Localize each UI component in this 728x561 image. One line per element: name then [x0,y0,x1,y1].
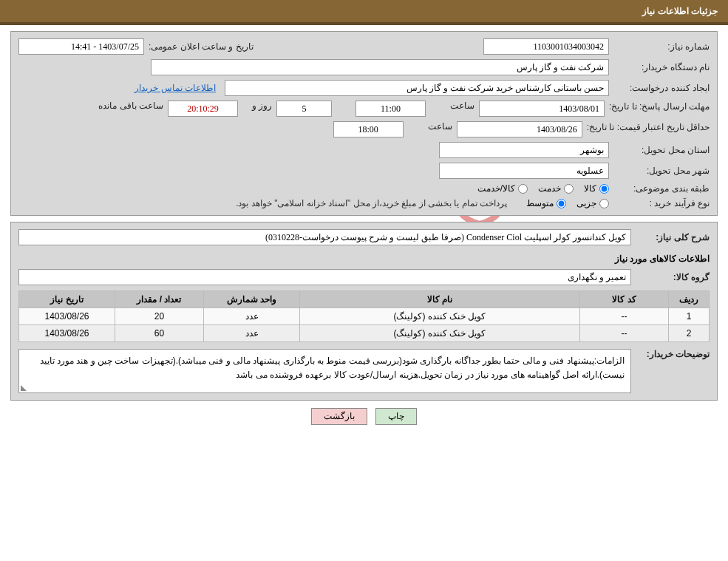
cell-unit: عدد [204,308,300,325]
field-delivery-city: عسلویه [439,163,609,179]
label-reply-deadline: مهلت ارسال پاسخ: تا تاریخ: [609,101,710,113]
label-days-and: روز و [242,101,272,111]
cell-name: کویل خنک کننده (کولینگ) [300,308,580,325]
label-hours-remaining: ساعت باقی مانده [98,101,163,111]
cell-code: -- [580,325,669,342]
action-buttons: چاپ بازگشت [10,401,718,440]
label-need-summary: شرح کلی نیاز: [636,232,710,242]
purchase-radio-group: جزیی متوسط [526,198,609,208]
field-requester: حسن باستانی کارشناس خرید شرکت نفت و گاز … [225,80,609,96]
label-hour-2: ساعت [408,121,452,132]
col-row: ردیف [669,291,710,308]
label-delivery-province: استان محل تحویل: [613,145,710,155]
field-delivery-province: بوشهر [439,142,609,158]
page-title-bar: جزئیات اطلاعات نیاز [0,0,728,25]
print-button[interactable]: چاپ [375,408,417,425]
label-need-no: شماره نیاز: [613,41,710,52]
label-hour-1: ساعت [430,101,474,111]
radio-good[interactable]: کالا [584,183,609,194]
buyer-notes-text: الزامات:پیشنهاد فنی و مالی حتما بطور جدا… [40,356,625,380]
field-quote-valid-date: 1403/08/26 [457,121,582,137]
payment-note: پرداخت تمام یا بخشی از مبلغ خرید،از محل … [236,198,507,208]
field-goods-group: تعمیر و نگهداری [18,269,631,285]
label-requester: ایجاد کننده درخواست: [613,83,710,93]
table-header-row: ردیف کد کالا نام کالا واحد شمارش تعداد /… [19,291,710,308]
need-info-panel: شماره نیاز: 1103001034003042 تاریخ و ساع… [10,31,718,216]
label-delivery-city: شهر محل تحویل: [613,166,710,176]
field-quote-valid-hour: 18:00 [333,121,404,137]
cell-need_date: 1403/08/26 [19,325,115,342]
table-row: 1--کویل خنک کننده (کولینگ)عدد201403/08/2… [19,308,710,325]
table-row: 2--کویل خنک کننده (کولینگ)عدد601403/08/2… [19,325,710,342]
field-need-no: 1103001034003042 [483,38,609,55]
subject-radio-group: کالا خدمت کالا/خدمت [477,183,609,194]
label-purchase-type: نوع فرآیند خرید : [613,198,710,208]
col-name: نام کالا [300,291,580,308]
field-countdown: 20:10:29 [168,101,238,117]
cell-idx: 2 [669,325,710,342]
label-announce-dt: تاریخ و ساعت اعلان عمومی: [149,41,254,52]
radio-minor[interactable]: جزیی [576,198,609,208]
page-title: جزئیات اطلاعات نیاز [642,6,718,16]
field-need-summary: کویل کندانسور کولر اسپلیت Condenser Ciol… [18,229,631,245]
cell-qty: 60 [115,325,204,342]
cell-qty: 20 [115,308,204,325]
needed-goods-heading: اطلاعات کالاهای مورد نیاز [18,254,710,264]
field-reply-until-hour: 11:00 [356,101,426,117]
label-subject-class: طبقه بندی موضوعی: [613,183,710,194]
resize-handle-icon[interactable] [21,384,28,391]
radio-service[interactable]: خدمت [538,183,574,194]
buyer-contact-link[interactable]: اطلاعات تماس خریدار [135,83,216,93]
cell-unit: عدد [204,325,300,342]
radio-medium[interactable]: متوسط [526,198,566,208]
field-days-remaining: 5 [276,101,332,117]
field-buyer-org: شرکت نفت و گاز پارس [151,59,609,75]
back-button[interactable]: بازگشت [311,408,367,425]
goods-table: ردیف کد کالا نام کالا واحد شمارش تعداد /… [18,290,710,342]
goods-panel: شرح کلی نیاز: کویل کندانسور کولر اسپلیت … [10,222,718,401]
label-buyer-notes: توضیحات خریدار: [636,349,710,359]
label-goods-group: گروه کالا: [636,272,710,282]
buyer-notes-box: الزامات:پیشنهاد فنی و مالی حتما بطور جدا… [18,349,631,393]
col-code: کد کالا [580,291,669,308]
col-unit: واحد شمارش [204,291,300,308]
cell-idx: 1 [669,308,710,325]
label-buyer-org: نام دستگاه خریدار: [613,62,710,72]
radio-good-service[interactable]: کالا/خدمت [477,183,528,194]
cell-name: کویل خنک کننده (کولینگ) [300,325,580,342]
field-announce-dt: 1403/07/25 - 14:41 [18,38,144,55]
label-quote-valid: حداقل تاریخ اعتبار قیمت: تا تاریخ: [587,121,710,134]
field-reply-until-date: 1403/08/01 [479,101,605,117]
cell-need_date: 1403/08/26 [19,308,115,325]
col-qty: تعداد / مقدار [115,291,204,308]
col-need-date: تاریخ نیاز [19,291,115,308]
cell-code: -- [580,308,669,325]
